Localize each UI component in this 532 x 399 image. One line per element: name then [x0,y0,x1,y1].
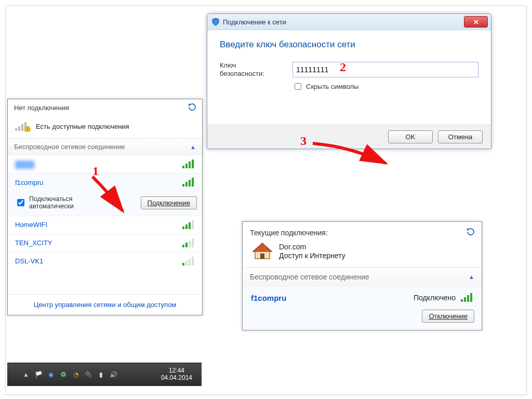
network-name: HomeWIFI [15,221,47,229]
key-form-row: Ключ безопасности: [220,61,478,77]
annotation-2: 2 [340,60,346,74]
tray-plug-icon[interactable]: 🔌 [84,370,92,379]
current-network-row: Dor.com Доступ к Интернету [243,239,482,267]
auto-connect-input[interactable] [17,199,24,206]
signal-icon [182,159,196,169]
svg-rect-12 [189,180,191,187]
svg-rect-15 [185,224,188,229]
svg-rect-19 [185,243,188,247]
connected-header-text: Текущие подключения: [250,229,328,237]
hide-chars-checkbox[interactable]: Скрыть символы [292,82,478,91]
wireless-section-title: Беспроводное сетевое соединение [14,143,125,151]
signal-icon [182,178,196,187]
network-list: ████ f1compru Подключаться автоматически… [8,155,202,270]
svg-rect-17 [192,220,194,229]
wifi-header-text: Нет подключения [14,104,69,112]
clock-date: 04.04.2014 [161,375,192,382]
network-item-hidden[interactable]: ████ [8,155,202,173]
svg-rect-22 [182,263,184,265]
svg-rect-20 [189,241,191,247]
disconnect-button[interactable]: Отключение [422,310,474,323]
cancel-button[interactable]: Отмена [438,130,483,143]
clock-time: 12:44 [161,367,192,375]
taskbar-clock[interactable]: 12:44 04.04.2014 [161,367,202,382]
svg-rect-31 [467,295,469,302]
current-network-name: Dor.com [279,243,345,252]
dialog-title: Подключение к сети [223,18,464,26]
connected-network-name: f1compru [251,294,286,302]
security-key-input[interactable] [292,62,478,77]
taskbar: ▲ 🏳️ ◉ ❂ ◔ 🔌 ▮ 🔊 12:44 04.04.2014 [7,363,202,386]
network-name: DSL-VK1 [15,257,43,265]
svg-rect-25 [192,257,194,265]
tray-network-icon[interactable]: ▮ [97,370,105,379]
svg-rect-7 [185,164,188,168]
svg-rect-16 [189,222,191,229]
signal-icon [182,257,196,266]
network-item-homewifi[interactable]: HomeWIFI [8,216,202,234]
conn-section-header[interactable]: Беспроводное сетевое соединение ▲ [243,267,482,286]
network-name: TEN_XCITY [15,239,52,247]
svg-marker-27 [253,243,272,251]
chevron-up-icon: ▲ [469,274,474,280]
wifi-status-text: Есть доступные подключения [36,123,129,130]
tray-shield-icon[interactable]: ◉ [47,370,55,379]
svg-rect-29 [461,299,463,302]
svg-rect-10 [182,184,184,187]
svg-rect-9 [192,159,194,168]
connected-network-item[interactable]: f1compru Подключено [243,286,482,307]
dialog-footer: OK Отмена [207,125,491,149]
wifi-footer: Центр управления сетями и общим доступом [8,294,202,315]
dialog-heading: Введите ключ безопасности сети [220,39,478,50]
ok-button[interactable]: OK [388,130,433,143]
svg-rect-24 [189,259,191,265]
wireless-section-header[interactable]: Беспроводное сетевое соединение ▲ [8,138,202,155]
annotation-1: 1 [92,164,99,178]
tray-orange-icon[interactable]: ◔ [72,370,80,379]
connect-dialog: Подключение к сети ✕ Введите ключ безопа… [207,14,491,149]
connect-row: Подключаться автоматически Подключение [8,191,202,216]
annotation-3: 3 [300,134,307,148]
shield-icon [211,18,220,26]
connect-button[interactable]: Подключение [141,196,197,209]
tray-icons: ▲ 🏳️ ◉ ❂ ◔ 🔌 ▮ 🔊 [7,370,117,379]
connected-panel: Текущие подключения: Dor.com Доступ к Ин… [242,221,482,330]
svg-rect-11 [185,182,188,187]
tray-volume-icon[interactable]: 🔊 [109,370,117,379]
svg-rect-0 [15,128,17,131]
signal-icon [461,293,474,302]
svg-rect-18 [182,245,184,247]
wifi-flyout-panel: Нет подключения ! Есть доступные подключ… [7,99,203,315]
connected-status: Подключено [414,294,456,302]
svg-rect-1 [18,126,20,131]
network-center-link[interactable]: Центр управления сетями и общим доступом [34,301,177,309]
svg-rect-32 [470,293,472,302]
hide-chars-label: Скрыть символы [306,83,358,90]
wifi-status-row: ! Есть доступные подключения [8,116,202,138]
current-network-info: Dor.com Доступ к Интернету [279,243,345,261]
dialog-titlebar[interactable]: Подключение к сети ✕ [207,14,491,30]
signal-warning-icon: ! [15,121,31,132]
refresh-icon[interactable] [188,102,197,113]
hide-chars-input[interactable] [295,83,301,90]
signal-icon [182,238,196,248]
tray-flag-icon[interactable]: 🏳️ [34,370,43,379]
refresh-icon[interactable] [466,227,475,238]
network-item-dslvk1[interactable]: DSL-VK1 [8,252,202,270]
auto-connect-label: Подключаться автоматически [29,195,74,210]
tray-up-icon[interactable]: ▲ [22,370,30,379]
tray-globe-icon[interactable]: ❂ [59,370,68,379]
wifi-panel-header: Нет подключения [8,99,202,116]
connected-footer: Отключение [243,307,482,330]
close-button[interactable]: ✕ [464,16,488,28]
network-name: f1compru [15,179,43,187]
network-item-f1compru[interactable]: f1compru [8,173,202,191]
svg-rect-14 [182,227,184,229]
svg-text:!: ! [27,127,29,132]
svg-rect-23 [185,261,188,265]
svg-rect-28 [260,254,264,259]
svg-rect-6 [182,166,184,168]
connected-panel-header: Текущие подключения: [243,222,482,239]
auto-connect-checkbox[interactable]: Подключаться автоматически [15,195,74,210]
network-item-tenxcity[interactable]: TEN_XCITY [8,234,202,252]
